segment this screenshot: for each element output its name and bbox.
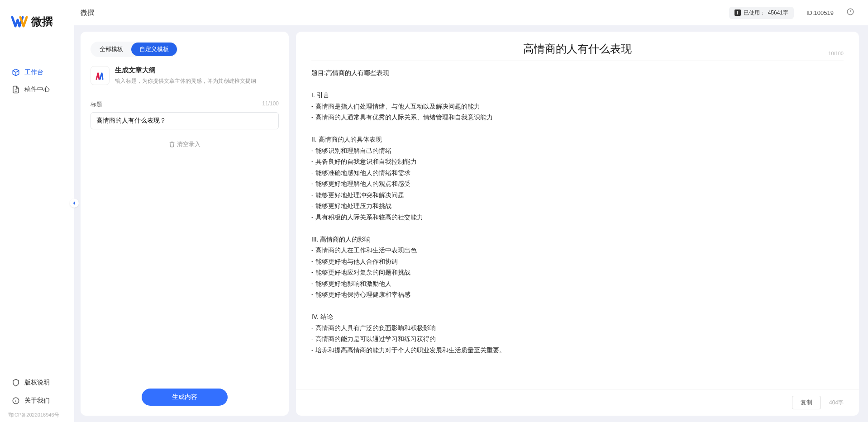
title-input[interactable] <box>91 112 279 129</box>
nav-section: 工作台 稿件中心 <box>0 64 74 374</box>
sidebar: 微撰 工作台 <box>0 0 74 422</box>
cube-icon <box>12 68 20 76</box>
output-footer: 复制 404字 <box>296 389 859 416</box>
logo: 微撰 <box>0 14 74 30</box>
word-count: 404字 <box>829 399 844 407</box>
template-desc: 输入标题，为你提供文章主体的灵感，并为其创建推文提纲 <box>115 77 256 85</box>
nav-label: 工作台 <box>24 68 43 76</box>
topbar-right: T 已使用： 45641字 ID:100519 <box>729 7 854 19</box>
footer-about[interactable]: 关于我们 <box>0 392 74 410</box>
template-header: 生成文章大纲 输入标题，为你提供文章主体的灵感，并为其创建推文提纲 <box>81 63 289 92</box>
app-root: 微撰 工作台 <box>0 0 868 422</box>
footer-label: 关于我们 <box>24 397 50 405</box>
sidebar-footer: 版权说明 关于我们 鄂ICP备2022016946号 <box>0 374 74 422</box>
power-icon[interactable] <box>846 8 854 18</box>
input-label: 标题 <box>91 100 102 109</box>
input-card: 全部模板 自定义模板 生成文章大纲 输入标题，为你提供文章主体的灵感，并为其创建… <box>81 32 289 416</box>
template-icon <box>91 66 110 85</box>
text-count-icon: T <box>734 9 741 16</box>
output-title: 高情商的人有什么表现 <box>311 42 844 56</box>
document-icon <box>12 85 20 94</box>
output-header: 高情商的人有什么表现 10/100 <box>296 32 859 61</box>
output-body[interactable]: 题目:高情商的人有哪些表现 I. 引言 - 高情商是指人们处理情绪、与他人互动以… <box>296 61 859 389</box>
title-input-section: 标题 11/100 <box>91 100 279 129</box>
clear-input-button[interactable]: 清空录入 <box>169 140 200 148</box>
left-footer: 生成内容 <box>81 379 289 416</box>
content-area: 全部模板 自定义模板 生成文章大纲 输入标题，为你提供文章主体的灵感，并为其创建… <box>74 25 868 422</box>
nav-workbench[interactable]: 工作台 <box>0 64 74 81</box>
icp-text: 鄂ICP备2022016946号 <box>0 410 74 418</box>
footer-copyright[interactable]: 版权说明 <box>0 374 74 392</box>
topbar: 微撰 T 已使用： 45641字 ID:100519 <box>74 0 868 25</box>
usage-prefix: 已使用： <box>744 9 765 17</box>
sidebar-collapse-button[interactable] <box>70 199 79 208</box>
main: 微撰 T 已使用： 45641字 ID:100519 全部模板 自定义 <box>74 0 868 422</box>
nav-drafts[interactable]: 稿件中心 <box>0 81 74 98</box>
shield-icon <box>12 379 20 387</box>
tab-all-templates[interactable]: 全部模板 <box>91 43 131 56</box>
generate-button[interactable]: 生成内容 <box>142 389 228 406</box>
input-counter: 11/100 <box>262 100 279 109</box>
template-meta: 生成文章大纲 输入标题，为你提供文章主体的灵感，并为其创建推文提纲 <box>115 66 256 85</box>
clear-label: 清空录入 <box>177 140 200 148</box>
template-title: 生成文章大纲 <box>115 66 256 75</box>
usage-value: 45641字 <box>768 9 788 17</box>
logo-icon <box>11 14 28 30</box>
logo-text: 微撰 <box>31 14 53 29</box>
output-card: 高情商的人有什么表现 10/100 题目:高情商的人有哪些表现 I. 引言 - … <box>296 32 859 416</box>
user-id: ID:100519 <box>806 9 834 16</box>
topbar-title: 微撰 <box>81 9 94 17</box>
output-title-counter: 10/100 <box>828 51 844 56</box>
info-icon <box>12 397 20 405</box>
template-tabs: 全部模板 自定义模板 <box>91 42 178 57</box>
tab-custom-templates[interactable]: 自定义模板 <box>131 43 177 56</box>
usage-badge[interactable]: T 已使用： 45641字 <box>729 7 794 19</box>
footer-label: 版权说明 <box>24 379 50 387</box>
copy-button[interactable]: 复制 <box>792 396 821 409</box>
nav-label: 稿件中心 <box>24 85 50 94</box>
